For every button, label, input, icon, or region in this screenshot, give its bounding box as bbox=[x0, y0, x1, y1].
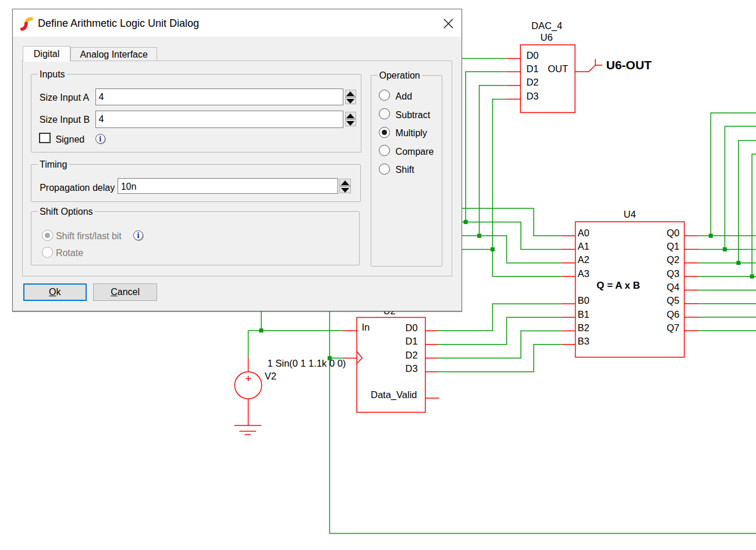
svg-text:B3: B3 bbox=[578, 336, 590, 346]
svg-text:D0: D0 bbox=[406, 322, 418, 333]
svg-text:Q5: Q5 bbox=[666, 295, 679, 306]
svg-text:A3: A3 bbox=[578, 268, 590, 279]
svg-text:U6-OUT: U6-OUT bbox=[606, 58, 652, 72]
svg-text:A1: A1 bbox=[578, 241, 590, 251]
svg-text:V2: V2 bbox=[265, 371, 276, 381]
svg-text:Q6: Q6 bbox=[666, 309, 679, 320]
svg-text:D2: D2 bbox=[406, 350, 418, 360]
svg-text:Q7: Q7 bbox=[666, 322, 679, 333]
svg-text:Q0: Q0 bbox=[666, 228, 679, 238]
svg-text:D0: D0 bbox=[526, 50, 538, 61]
svg-text:D1: D1 bbox=[406, 336, 418, 346]
svg-text:A0: A0 bbox=[578, 228, 590, 238]
svg-text:Data_Valid: Data_Valid bbox=[371, 389, 417, 400]
svg-text:OUT: OUT bbox=[548, 63, 568, 74]
svg-text:1 Sin(0 1 1.1k 0 0): 1 Sin(0 1 1.1k 0 0) bbox=[268, 358, 346, 368]
svg-text:Q4: Q4 bbox=[666, 282, 679, 292]
svg-text:D1: D1 bbox=[526, 63, 538, 74]
svg-text:U4: U4 bbox=[624, 209, 636, 219]
svg-text:Q = A x B: Q = A x B bbox=[597, 280, 640, 291]
svg-text:B0: B0 bbox=[578, 295, 590, 306]
svg-text:B1: B1 bbox=[578, 309, 590, 320]
svg-text:D3: D3 bbox=[526, 91, 538, 101]
svg-text:A2: A2 bbox=[578, 254, 590, 265]
svg-text:In: In bbox=[362, 322, 370, 332]
svg-text:DAC_4: DAC_4 bbox=[531, 20, 562, 31]
svg-text:Q2: Q2 bbox=[666, 254, 679, 265]
svg-text:D2: D2 bbox=[526, 77, 538, 87]
svg-text:B2: B2 bbox=[578, 322, 590, 333]
svg-text:Q3: Q3 bbox=[666, 268, 679, 279]
svg-text:U6: U6 bbox=[541, 32, 553, 42]
svg-text:Q1: Q1 bbox=[666, 241, 679, 251]
svg-text:D3: D3 bbox=[406, 363, 418, 374]
